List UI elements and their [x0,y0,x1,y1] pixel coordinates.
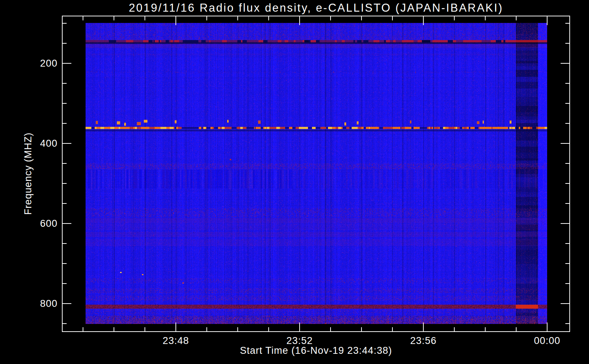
y-major-tick-left [62,143,71,144]
x-minor-tick-top [206,16,207,20]
y-tick-label: 200 [25,58,58,69]
x-minor-tick-bottom [361,327,362,332]
y-major-tick-left [62,303,71,304]
x-minor-tick-bottom [114,327,114,332]
y-minor-tick-left [62,43,67,44]
y-minor-tick-right [565,203,570,204]
y-major-tick-left [62,63,71,64]
y-tick-label: 800 [25,298,58,309]
x-minor-tick-bottom [206,327,207,332]
x-major-tick-top [423,16,424,25]
y-minor-tick-right [565,123,570,124]
y-minor-tick-left [62,23,67,24]
x-minor-tick-top [83,16,83,20]
x-minor-tick-bottom [516,327,517,332]
y-axis-title: Frequency (MHZ) [23,101,33,246]
y-minor-tick-left [62,203,67,204]
y-minor-tick-right [565,283,570,284]
x-minor-tick-bottom [454,327,455,332]
y-minor-tick-left [62,163,67,164]
x-minor-tick-top [268,16,269,20]
y-major-tick-right [561,143,570,144]
y-minor-tick-right [565,263,570,264]
x-minor-tick-top [392,16,393,20]
x-minor-tick-top [145,16,145,20]
x-major-tick-bottom [423,323,424,332]
x-major-tick-bottom [299,323,300,332]
x-minor-tick-top [454,16,455,20]
x-minor-tick-top [361,16,362,20]
x-minor-tick-bottom [268,327,269,332]
x-minor-tick-bottom [145,327,145,332]
x-minor-tick-bottom [83,327,83,332]
y-major-tick-right [561,223,570,224]
y-minor-tick-left [62,123,67,124]
x-minor-tick-top [516,16,517,20]
y-major-tick-right [561,303,570,304]
x-major-tick-top [547,16,548,25]
x-minor-tick-top [330,16,331,20]
x-minor-tick-top [114,16,114,20]
y-minor-tick-right [565,183,570,184]
y-minor-tick-left [62,83,67,84]
x-minor-tick-bottom [392,327,393,332]
x-minor-tick-bottom [485,327,486,332]
y-minor-tick-left [62,103,67,104]
y-minor-tick-right [565,83,570,84]
y-minor-tick-left [62,263,67,264]
x-minor-tick-top [485,16,486,20]
x-major-tick-top [175,16,176,25]
y-minor-tick-right [565,243,570,244]
y-minor-tick-left [62,183,67,184]
y-major-tick-left [62,223,71,224]
spectrogram-page: 2019/11/16 Radio flux density, e-CALLIST… [0,0,589,364]
plot-frame [62,16,570,332]
x-axis-title: Start Time (16-Nov-19 23:44:38) [62,345,570,356]
y-minor-tick-left [62,243,67,244]
y-minor-tick-left [62,283,67,284]
x-major-tick-bottom [547,323,548,332]
x-major-tick-top [299,16,300,25]
chart-title: 2019/11/16 Radio flux density, e-CALLIST… [62,1,570,15]
x-minor-tick-bottom [237,327,238,332]
y-minor-tick-right [565,103,570,104]
y-major-tick-right [561,63,570,64]
y-minor-tick-left [62,323,67,324]
x-minor-tick-bottom [330,327,331,332]
y-minor-tick-right [565,323,570,324]
x-major-tick-bottom [175,323,176,332]
y-minor-tick-right [565,163,570,164]
x-minor-tick-top [237,16,238,20]
y-minor-tick-right [565,23,570,24]
y-minor-tick-right [565,43,570,44]
